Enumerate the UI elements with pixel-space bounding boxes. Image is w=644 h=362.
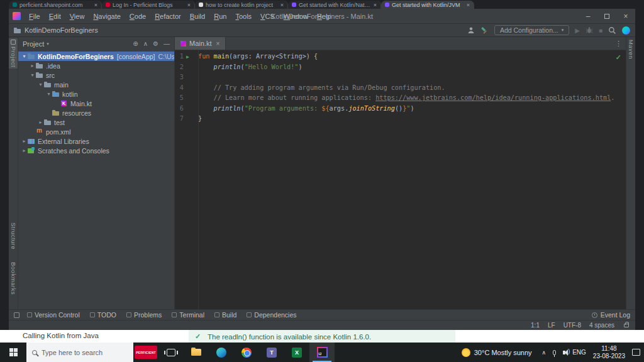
microphone-icon[interactable] xyxy=(553,350,556,355)
code-line-1[interactable]: 1▶fun main(args: Array<String>) { xyxy=(175,52,626,62)
menu-view[interactable]: View xyxy=(65,13,89,20)
toolwindow-button-terminal[interactable]: Terminal xyxy=(172,311,204,319)
browser-tab-perficient-sharepoint-com[interactable]: perficient.sharepoint.com× xyxy=(9,1,102,9)
speaker-icon[interactable] xyxy=(563,351,565,354)
tree-item-kotlin[interactable]: ▾kotlin xyxy=(18,89,174,99)
hide-panel-icon[interactable]: — xyxy=(164,40,170,47)
toolwindow-button-problems[interactable]: Problems xyxy=(126,311,162,319)
debug-button[interactable] xyxy=(586,26,593,34)
taskbar-app-chrome[interactable] xyxy=(234,343,259,362)
readonly-lock-icon[interactable] xyxy=(624,324,629,327)
toolwindow-switcher-icon[interactable] xyxy=(14,312,19,318)
more-options-icon[interactable]: ⋮ xyxy=(615,40,622,48)
code-line-5[interactable]: 5 // Learn more about running applicatio… xyxy=(175,93,626,104)
collapse-all-icon[interactable]: ∧ xyxy=(143,40,148,47)
action-center-icon[interactable] xyxy=(632,349,640,356)
menu-code[interactable]: Code xyxy=(125,13,150,20)
hidden-icons-chevron[interactable]: ∧ xyxy=(542,349,547,356)
add-configuration-button[interactable]: Add Configuration... ▾ xyxy=(494,25,569,35)
tab-close-icon[interactable]: × xyxy=(94,2,97,8)
maximize-button[interactable] xyxy=(597,9,616,23)
code-line-3[interactable]: 3 xyxy=(175,72,626,83)
minimize-button[interactable]: – xyxy=(579,9,597,23)
language-indicator[interactable]: ENG xyxy=(572,349,586,356)
line-number[interactable]: 2 xyxy=(175,62,184,73)
tree-item-resources[interactable]: resources xyxy=(18,108,174,118)
code-line-7[interactable]: 7} xyxy=(175,114,626,124)
taskbar-app-intellij[interactable]: IJ xyxy=(309,343,335,362)
tree-item-idea[interactable]: ▸.idea xyxy=(18,61,174,70)
menu-file[interactable]: File xyxy=(25,13,45,20)
toolwindow-button-version-control[interactable]: Version Control xyxy=(27,311,80,319)
browser-tab-log-in-perficient-blogs[interactable]: Log In - Perficient Blogs× xyxy=(102,1,195,9)
line-number[interactable]: 5 xyxy=(175,93,184,104)
browser-tab-get-started-with-kotlin-jvm[interactable]: Get started with Kotlin/JVM× xyxy=(381,1,474,9)
file-encoding[interactable]: UTF-8 xyxy=(564,322,581,329)
gradient-circle-icon[interactable] xyxy=(622,26,630,35)
close-button[interactable]: × xyxy=(616,9,635,23)
locate-file-icon[interactable]: ⊕ xyxy=(133,40,138,47)
tree-right-arrow-icon[interactable]: ▸ xyxy=(29,63,36,69)
menu-navigate[interactable]: Navigate xyxy=(89,13,125,20)
line-separator[interactable]: LF xyxy=(548,322,555,329)
tree-item-test[interactable]: ▸test xyxy=(18,118,174,127)
line-number[interactable]: 1 xyxy=(175,52,184,62)
tree-down-arrow-icon[interactable]: ▾ xyxy=(21,53,28,59)
event-log-button[interactable]: Event Log xyxy=(592,311,630,319)
taskbar-app-edge[interactable] xyxy=(209,343,234,362)
user-icon[interactable] xyxy=(467,26,475,34)
browser-tab-get-started-with-kotlin-native[interactable]: Get started with Kotlin/Native× xyxy=(288,1,381,9)
indent-style[interactable]: 4 spaces xyxy=(589,322,614,329)
build-hammer-icon[interactable] xyxy=(480,26,489,35)
taskbar-search[interactable] xyxy=(26,343,133,362)
tab-close-icon[interactable]: × xyxy=(467,2,470,8)
menu-build[interactable]: Build xyxy=(186,13,209,20)
taskbar-app-teams[interactable]: T xyxy=(259,343,284,362)
tree-item-main-kt[interactable]: Main.kt xyxy=(18,99,174,108)
tool-stripe-maven[interactable]: Maven xyxy=(626,38,635,60)
code-line-6[interactable]: 6 println("Program arguments: ${args.joi… xyxy=(175,104,626,114)
tree-down-arrow-icon[interactable]: ▾ xyxy=(37,82,44,87)
run-line-icon[interactable]: ▶ xyxy=(186,54,189,60)
page-sidebar-link[interactable]: Calling Kotlin from Java xyxy=(23,332,99,339)
tab-close-icon[interactable]: × xyxy=(374,2,377,8)
toolbar-project-name[interactable]: KotlinDemoForBeginers xyxy=(25,26,98,34)
tree-down-arrow-icon[interactable]: ▾ xyxy=(29,72,36,78)
task-view-button[interactable] xyxy=(158,343,184,362)
taskbar-clock[interactable]: 11:48 23-08-2023 xyxy=(593,345,625,359)
chevron-down-icon[interactable]: ▾ xyxy=(47,41,49,47)
search-everywhere-icon[interactable] xyxy=(608,26,616,35)
tree-item-external-libraries[interactable]: ▸External Libraries xyxy=(18,136,174,146)
menu-tools[interactable]: Tools xyxy=(231,13,256,20)
search-input[interactable] xyxy=(42,349,123,356)
code-line-4[interactable]: 4 // Try adding program arguments via Ru… xyxy=(175,83,626,94)
taskbar-app-file-explorer[interactable] xyxy=(184,343,209,362)
caret-position[interactable]: 1:1 xyxy=(531,322,540,329)
toolwindow-button-todo[interactable]: TODO xyxy=(90,311,116,319)
tree-item-main[interactable]: ▾main xyxy=(18,80,174,89)
toolwindow-button-dependencies[interactable]: Dependencies xyxy=(247,311,296,319)
line-number[interactable]: 3 xyxy=(175,72,184,83)
taskbar-app-excel[interactable]: X xyxy=(284,343,309,362)
tab-close-icon[interactable]: × xyxy=(280,2,284,8)
editor-tab-main-kt[interactable]: Main.kt × xyxy=(175,37,226,50)
menu-refactor[interactable]: Refactor xyxy=(150,13,186,20)
browser-tab-how-to-create-kotlin-project[interactable]: how to create kotlin project× xyxy=(195,1,288,9)
tool-stripe-structure[interactable]: Structure xyxy=(9,221,18,251)
tool-stripe-bookmarks[interactable]: Bookmarks xyxy=(9,261,18,296)
tree-item-kotlindemoforbeginers[interactable]: ▾KotlinDemoForBeginers[consoleApp]C:\Use… xyxy=(18,52,174,61)
settings-gear-icon[interactable]: ⚙ xyxy=(153,40,158,47)
tree-right-arrow-icon[interactable]: ▸ xyxy=(21,138,28,144)
tree-item-src[interactable]: ▾src xyxy=(18,70,174,80)
tree-item-scratches-and-consoles[interactable]: ▸Scratches and Consoles xyxy=(18,146,174,155)
start-button[interactable] xyxy=(0,343,26,362)
tab-close-icon[interactable]: × xyxy=(187,2,191,8)
taskbar-app-perficient[interactable]: PERFICIENT xyxy=(133,343,158,362)
menu-edit[interactable]: Edit xyxy=(45,13,65,20)
stop-button[interactable]: ■ xyxy=(599,27,602,34)
inspections-ok-icon[interactable]: ✓ xyxy=(616,52,621,63)
tree-item-pom-xml[interactable]: pom.xml xyxy=(18,127,174,136)
line-number[interactable]: 6 xyxy=(175,104,184,114)
line-number[interactable]: 4 xyxy=(175,83,184,94)
project-panel-title[interactable]: Project xyxy=(23,40,44,48)
